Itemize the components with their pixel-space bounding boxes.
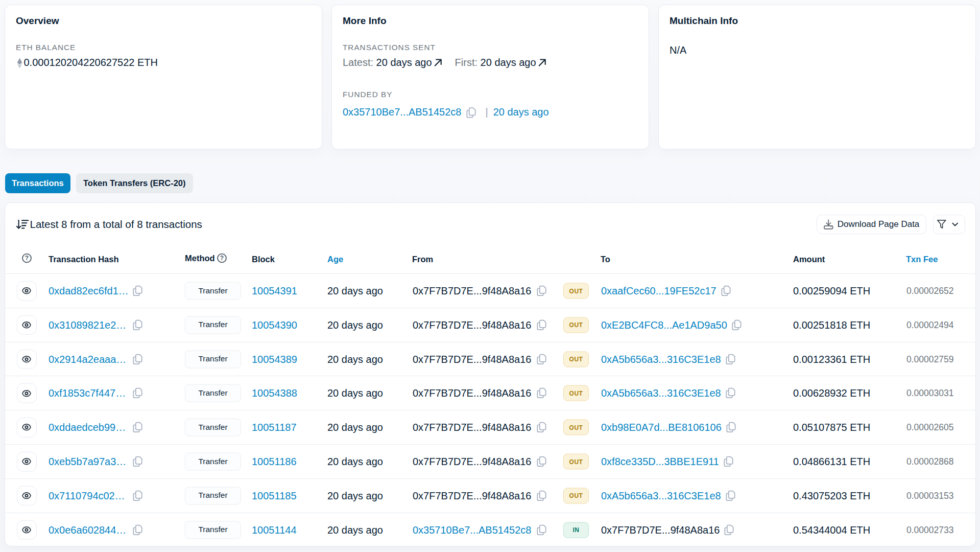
svg-text:?: ? (220, 255, 224, 262)
svg-text:?: ? (25, 255, 28, 262)
